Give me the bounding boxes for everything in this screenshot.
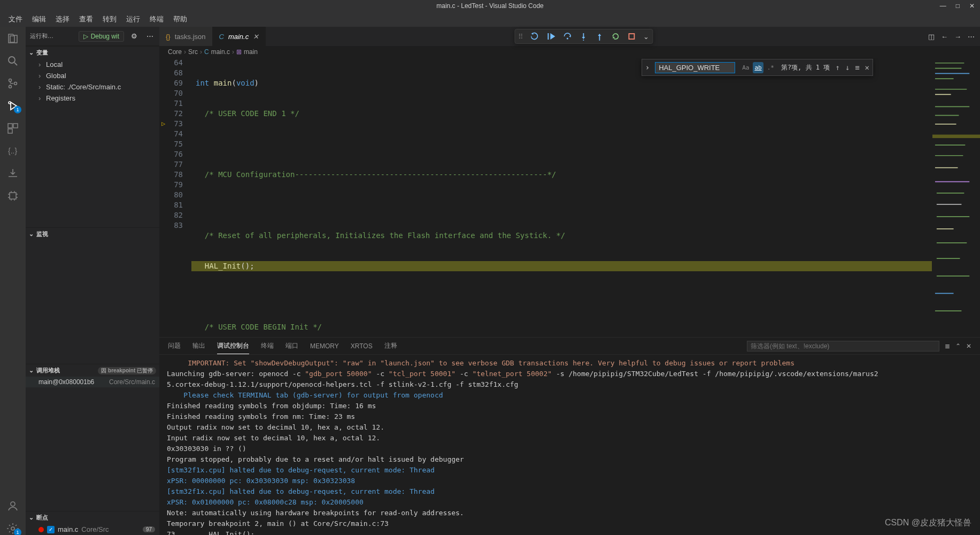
debug-icon[interactable]: 1 — [6, 100, 19, 112]
next-match-icon[interactable]: ↓ — [845, 63, 850, 73]
panel-tab-xrtos[interactable]: XRTOS — [351, 339, 373, 353]
console-line: [stm32f1x.cpu] halted due to debug-reque… — [167, 465, 973, 476]
chevron-right-icon[interactable]: › — [645, 63, 650, 73]
restart-icon[interactable] — [611, 32, 620, 41]
svg-point-17 — [566, 38, 568, 40]
account-icon[interactable] — [6, 500, 19, 513]
gear-icon[interactable]: 1 — [6, 522, 19, 535]
chevron-down-icon: ⌄ — [29, 49, 36, 56]
regex-icon[interactable]: .* — [766, 62, 776, 73]
section-watch[interactable]: ⌄监视 — [26, 228, 159, 240]
console-line: 5.cortex-debug-1.12.1/support/openocd-he… — [167, 379, 973, 390]
go-back-icon[interactable]: ← — [941, 33, 948, 41]
section-breakpoints[interactable]: ⌄断点 — [26, 511, 159, 524]
debug-console[interactable]: IMPORTANT: Set "showDevDebugOutput": "ra… — [159, 355, 980, 535]
step-out-icon[interactable] — [595, 32, 604, 41]
maximize-icon[interactable]: □ — [956, 2, 960, 10]
split-editor-icon[interactable]: ◫ — [928, 33, 935, 41]
menu-goto[interactable]: 转到 — [98, 12, 121, 26]
checkbox-checked-icon[interactable]: ✓ — [47, 526, 55, 533]
console-line: Input radix now set to decimal 10, hex a… — [167, 433, 973, 444]
svg-point-2 — [9, 79, 12, 82]
variables-registers[interactable]: ›Registers — [26, 93, 159, 104]
play-icon: ▷ — [83, 33, 88, 40]
menu-help[interactable]: 帮助 — [169, 12, 191, 26]
close-icon[interactable]: ✕ — [969, 2, 975, 10]
debug-settings-icon[interactable]: ⚙ — [128, 32, 140, 40]
menu-run[interactable]: 运行 — [122, 12, 144, 26]
c-file-icon: C — [219, 33, 224, 41]
stop-icon[interactable] — [627, 32, 636, 41]
code-content[interactable]: int main(void) /* USER CODE END 1 */ /* … — [191, 58, 932, 337]
chip-icon[interactable] — [6, 189, 19, 202]
close-find-icon[interactable]: ✕ — [865, 63, 869, 73]
go-forward-icon[interactable]: → — [954, 33, 961, 41]
scm-icon[interactable] — [6, 77, 19, 90]
search-icon[interactable] — [6, 55, 19, 67]
download-icon[interactable] — [6, 167, 19, 180]
menu-file[interactable]: 文件 — [4, 12, 27, 26]
start-debug-button[interactable]: ▷ Debug wit — [79, 31, 124, 42]
console-line: Finished reading symbols from objdump: T… — [167, 401, 973, 411]
dropdown-icon[interactable]: ⌄ — [643, 33, 649, 41]
section-variables[interactable]: ⌄变量 — [26, 47, 159, 59]
json-icon[interactable]: {..} — [6, 144, 19, 157]
whole-word-icon[interactable]: ab — [753, 62, 763, 73]
continue-icon[interactable] — [547, 32, 555, 41]
svg-point-6 — [9, 102, 11, 104]
panel-tab-debug-console[interactable]: 调试控制台 — [217, 338, 249, 354]
editor[interactable]: 64 68 69 70 71 72 ▷73 74 75 76 77 78 79 … — [159, 58, 980, 337]
find-widget[interactable]: › Aa ab .* 第?项, 共 1 项 ↑ ↓ ≡ ✕ — [642, 59, 873, 76]
reverse-continue-icon[interactable] — [531, 32, 539, 41]
more-icon[interactable]: ⋯ — [144, 32, 155, 40]
console-line: Program stopped, probably due to a reset… — [167, 454, 973, 465]
panel-tab-memory[interactable]: MEMORY — [310, 339, 339, 353]
console-line: 0x30303030 in ?? () — [167, 444, 973, 454]
find-input[interactable] — [655, 62, 735, 73]
variables-global[interactable]: ›Global — [26, 70, 159, 81]
variables-static[interactable]: ›Static: ./Core/Src/main.c — [26, 81, 159, 93]
minimap[interactable] — [932, 58, 980, 337]
menu-view[interactable]: 查看 — [75, 12, 97, 26]
close-tab-icon[interactable]: ✕ — [253, 33, 259, 41]
menu-edit[interactable]: 编辑 — [28, 12, 50, 26]
breadcrumb[interactable]: Core› Src› C main.c› ⊞ main — [159, 46, 980, 58]
svg-rect-24 — [629, 34, 634, 39]
section-callstack[interactable]: ⌄调用堆栈因 breakpoint 已暂停 — [26, 364, 159, 377]
tab-main-c[interactable]: C main.c ✕ — [213, 27, 266, 46]
panel-tab-comments[interactable]: 注释 — [384, 338, 397, 354]
panel-tab-ports[interactable]: 端口 — [285, 338, 298, 354]
svg-rect-25 — [932, 58, 980, 337]
panel-maximize-icon[interactable]: ⌃ — [955, 342, 961, 350]
menu-terminal[interactable]: 终端 — [145, 12, 168, 26]
variables-local[interactable]: ›Local — [26, 59, 159, 70]
panel-tab-terminal[interactable]: 终端 — [261, 338, 274, 354]
filter-icon[interactable]: ≣ — [945, 342, 950, 350]
tab-more-icon[interactable]: ⋯ — [968, 33, 975, 41]
svg-point-20 — [583, 40, 584, 41]
step-into-icon[interactable] — [579, 32, 588, 41]
breakpoint-item[interactable]: ✓ main.c Core/Src 97 — [26, 524, 159, 535]
callstack-frame[interactable]: main@0x080001b6 Core/Src/main.c — [26, 377, 159, 387]
frame-location: Core/Src/main.c — [109, 378, 155, 386]
find-in-selection-icon[interactable]: ≡ — [855, 63, 859, 73]
panel-tab-output[interactable]: 输出 — [192, 338, 205, 354]
tab-tasks-json[interactable]: {} tasks.json — [159, 27, 213, 46]
step-over-icon[interactable] — [563, 32, 572, 41]
panel-close-icon[interactable]: ✕ — [966, 342, 971, 350]
console-line: Please check TERMINAL tab (gdb-server) f… — [167, 390, 973, 401]
panel-tab-problems[interactable]: 问题 — [168, 338, 181, 354]
minimize-icon[interactable]: — — [940, 2, 946, 10]
menu-select[interactable]: 选择 — [51, 12, 74, 26]
extensions-icon[interactable] — [6, 122, 19, 135]
grip-icon[interactable]: ⠿ — [518, 33, 523, 41]
match-case-icon[interactable]: Aa — [740, 62, 751, 73]
prev-match-icon[interactable]: ↑ — [835, 63, 839, 73]
explorer-icon[interactable] — [6, 32, 19, 45]
svg-marker-16 — [550, 33, 555, 40]
activity-bar: 1 {..} 1 — [0, 27, 26, 535]
svg-point-4 — [14, 82, 17, 85]
console-line: Launching gdb-server: openocd -c "gdb_po… — [167, 369, 973, 379]
debug-toolbar[interactable]: ⠿ ⌄ — [514, 29, 653, 44]
panel-filter-input[interactable] — [747, 341, 939, 351]
